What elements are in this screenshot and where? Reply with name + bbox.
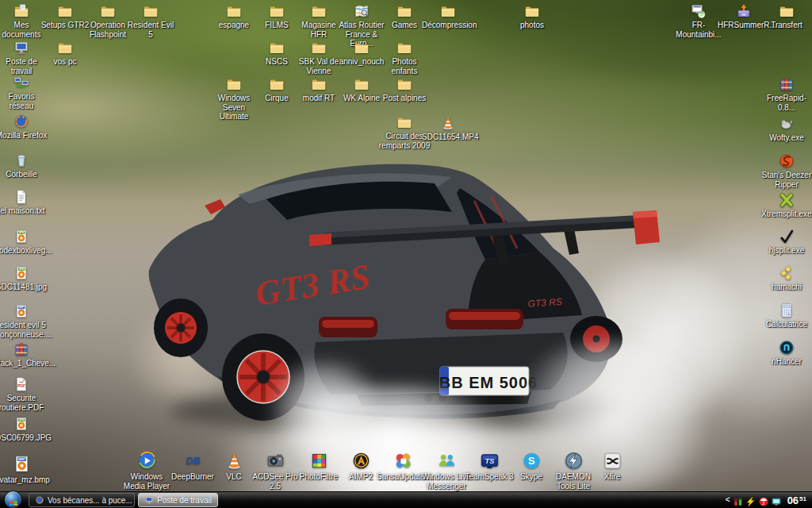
folder-icon bbox=[143, 3, 159, 19]
svg-text:DB: DB bbox=[186, 456, 200, 467]
start-button[interactable] bbox=[4, 491, 22, 508]
desktop-icon-layer: Mes documentsSetups GTR2Operation Flashp… bbox=[0, 0, 812, 508]
folder-icon bbox=[269, 3, 285, 19]
desktop-icon-label: Mozilla Firefox bbox=[0, 131, 47, 140]
xtremsplit-icon bbox=[779, 192, 795, 208]
desktop-icon-label: NSCS bbox=[266, 57, 288, 67]
desktop-icon-decompression[interactable]: Décompression bbox=[421, 3, 475, 30]
desktop-icon-freerapid-0-8[interactable]: FreeRapid-0.8... bbox=[760, 76, 812, 112]
desktop-icon-mozilla-firefox[interactable]: Mozilla Firefox bbox=[0, 114, 48, 140]
svg-text:TS: TS bbox=[485, 457, 495, 465]
desktop-icon-label: avatar_mz.bmp bbox=[0, 475, 48, 485]
desktop-icon-stan-s-deezer-ripper[interactable]: Stan's Deezer Ripper bbox=[760, 153, 812, 189]
desktop-icon-label: FILMS bbox=[265, 21, 288, 30]
folder-icon bbox=[779, 3, 795, 19]
desktop-icon-label: Xtremsplit.exe bbox=[761, 210, 811, 219]
network-meter-icon[interactable] bbox=[733, 495, 743, 505]
desktop-icon-resident-evil-5-tronconneuse[interactable]: BMPresident evil 5 tronçonneuse.... bbox=[0, 303, 48, 339]
desktop-icon-wofty-exe[interactable]: Wofty.exe bbox=[760, 116, 812, 143]
desktop-icon-label: hjsplit.exe bbox=[769, 246, 804, 256]
vlc-icon bbox=[224, 451, 244, 471]
folder-icon bbox=[100, 3, 116, 19]
folder-icon bbox=[524, 3, 540, 19]
folder-icon bbox=[226, 76, 242, 92]
avira-antivirus-icon[interactable] bbox=[759, 495, 768, 505]
tray-collapse-chevron[interactable]: < bbox=[726, 496, 730, 504]
network-icon bbox=[13, 75, 29, 90]
nhancer-icon bbox=[779, 340, 795, 356]
taskbar-button-poste-de-travail[interactable]: Poste de travail bbox=[138, 493, 218, 507]
wofty-icon bbox=[779, 116, 795, 132]
desktop-icon-favoris-reseau[interactable]: Favoris réseau bbox=[0, 75, 48, 110]
desktop-icon-label: Xfire bbox=[604, 472, 621, 482]
folder-icon bbox=[440, 3, 456, 19]
wlm-icon bbox=[437, 451, 457, 471]
desktop-icon-label: Favoris réseau bbox=[0, 92, 48, 110]
desktop-icon-pack-1-cheve[interactable]: Pack_1_Cheve... bbox=[0, 341, 48, 368]
desktop-icon-securite-routiere-pdf[interactable]: PDFSecurite routiere.PDF bbox=[0, 376, 48, 412]
desktop-icon-label: Stan's Deezer Ripper bbox=[760, 171, 812, 189]
desktop-icon-post-alpines[interactable]: Post alpines bbox=[377, 76, 431, 103]
desktop-icon-label: FreeRapid-0.8... bbox=[760, 94, 812, 112]
desktop-icon-vos-pc[interactable]: vos pc bbox=[38, 40, 92, 67]
display-settings-icon[interactable] bbox=[772, 495, 781, 505]
desktop-icon-label: Calculatrice bbox=[766, 320, 807, 329]
svg-text:BMP: BMP bbox=[18, 457, 25, 461]
svg-text:JPG: JPG bbox=[19, 267, 25, 271]
jpg-icon: JPG bbox=[13, 416, 29, 432]
computer-icon bbox=[144, 495, 154, 505]
desktop-icon-transfert[interactable]: Transfert bbox=[760, 3, 812, 30]
desktop-icon-label: VLC bbox=[226, 472, 241, 482]
clock-hours: 06 bbox=[787, 495, 799, 506]
desktop[interactable]: BB EM 5006 GT3 RS GT3 RS Mes documentsSe… bbox=[0, 0, 812, 508]
desktop-icon-corbeille[interactable]: Corbeille bbox=[0, 152, 48, 179]
desktop-icon-label: nHancer bbox=[772, 357, 802, 367]
desktop-icon-nhancer[interactable]: nHancer bbox=[760, 340, 812, 367]
desktop-icon-tel-maison-txt[interactable]: tel maison.txt bbox=[0, 189, 48, 216]
desktop-icon-avatar-mz-bmp[interactable]: BMPavatar_mz.bmp bbox=[0, 454, 48, 485]
folder-icon bbox=[226, 3, 242, 19]
desktop-icon-xfire[interactable]: Xfire bbox=[585, 451, 639, 482]
desktop-icon-hamachi[interactable]: hamachi bbox=[760, 265, 812, 292]
desktop-icon-label: Skype bbox=[520, 472, 542, 482]
desktop-icon-calculatrice[interactable]: Calculatrice bbox=[760, 302, 812, 329]
tray-clock: 06 51 bbox=[787, 495, 806, 506]
desktop-icon-label: espagne bbox=[219, 21, 249, 30]
desktop-icon-label: Corbeille bbox=[6, 170, 36, 179]
rar-icon bbox=[13, 341, 29, 357]
desktop-icon-resident-evil-5[interactable]: Resident Evil 5 bbox=[124, 3, 178, 39]
taskbar-button-label: Vos bécanes... à puce... bbox=[48, 496, 132, 505]
desktop-icon-codexboxliveg[interactable]: JPGcodexboxliveg... bbox=[0, 229, 48, 256]
svg-text:JPG: JPG bbox=[19, 418, 25, 421]
desktop-icon-sdc11481-jpg[interactable]: JPGSDC11481.jpg bbox=[0, 265, 48, 292]
desktop-icon-label: tel maison.txt bbox=[0, 206, 44, 216]
desktop-icon-label: Securite routiere.PDF bbox=[0, 394, 48, 412]
desktop-icon-sdc11654-mp4[interactable]: SDC11654.MP4 bbox=[421, 115, 475, 142]
taskbar-button-label: Poste de travail bbox=[157, 496, 212, 505]
taskbar-button-firefox-window[interactable]: Vos bécanes... à puce... bbox=[29, 493, 135, 507]
desktop-icon-hjsplit-exe[interactable]: hjsplit.exe bbox=[760, 229, 812, 256]
jpg-icon: JPG bbox=[13, 229, 29, 244]
desktop-icon-label: PhotoFiltre bbox=[300, 472, 338, 482]
desktop-icon-label: Wofty.exe bbox=[769, 133, 804, 143]
daemon-icon bbox=[564, 451, 584, 471]
svg-text:PDF: PDF bbox=[17, 383, 25, 388]
desktop-icon-photos[interactable]: photos bbox=[505, 3, 559, 30]
check-icon bbox=[779, 229, 795, 244]
deepburner-icon: DB bbox=[183, 451, 203, 471]
desktop-icon-photos-enfants[interactable]: Photos enfants bbox=[377, 40, 431, 75]
desktop-icon-label: Photos enfants bbox=[378, 57, 431, 75]
folder-icon bbox=[57, 3, 73, 19]
desktop-icon-xtremsplit-exe[interactable]: Xtremsplit.exe bbox=[760, 192, 812, 219]
wmp-icon bbox=[137, 451, 157, 471]
folder-icon bbox=[311, 40, 327, 56]
desktop-icon-label: Post alpines bbox=[383, 94, 426, 103]
txt-icon bbox=[13, 189, 29, 205]
firefox-icon bbox=[35, 495, 44, 505]
desktop-icon-dsc06799-jpg[interactable]: JPGDSC06799.JPG bbox=[0, 416, 48, 443]
download-lightning-icon[interactable] bbox=[746, 495, 756, 505]
folder-icon bbox=[396, 76, 412, 92]
mydocs-icon bbox=[13, 3, 29, 19]
bmp-icon: BMP bbox=[13, 303, 29, 319]
desktop-icon-label: Resident Evil 5 bbox=[124, 21, 177, 39]
